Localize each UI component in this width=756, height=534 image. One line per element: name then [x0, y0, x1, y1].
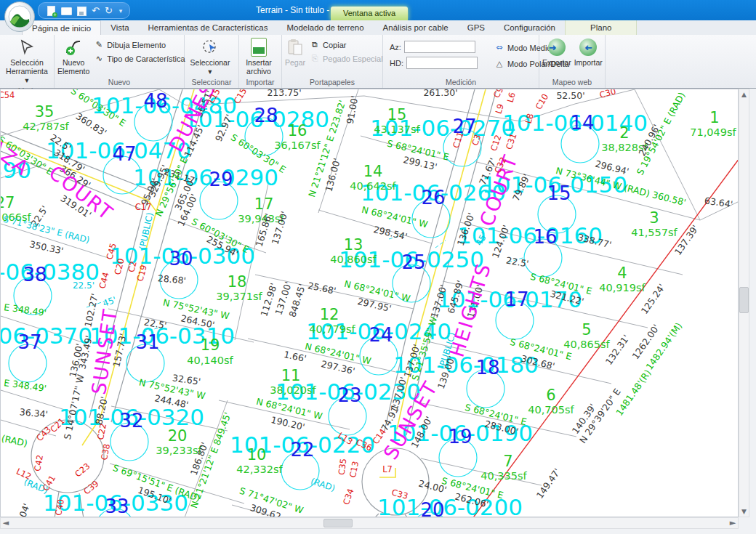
feature-type-button[interactable]: ∿ Tipo de Característica	[92, 53, 187, 64]
group-label-medicion: Medición	[385, 77, 536, 88]
group-modo: Selección Herramienta ▾ Modo	[1, 35, 55, 88]
map-label-curve: C30	[598, 89, 617, 100]
map-label-area: 71,049sf	[690, 126, 736, 138]
map-label-dist: 149.47'	[534, 466, 563, 501]
scroll-down-icon[interactable]: ▼	[739, 506, 749, 517]
app-logo-icon[interactable]	[4, 1, 35, 32]
export-globe-icon: ➜	[547, 38, 566, 57]
map-label-curve: C17	[135, 202, 152, 212]
horizontal-scroll-thumb[interactable]	[323, 519, 353, 527]
select-button[interactable]: Seleccionar ▾	[187, 36, 233, 77]
qat-dropdown-icon[interactable]: ▾	[119, 7, 123, 15]
insert-file-button[interactable]: Insertar archivo	[241, 36, 276, 77]
polar-delta-icon: △	[494, 59, 504, 68]
open-file-icon[interactable]	[61, 6, 71, 16]
tab-herramientas-de-caracter-sticas[interactable]: Herramientas de Características	[139, 20, 278, 35]
map-label-pt: 48	[143, 90, 167, 112]
copy-label: Copiar	[323, 41, 346, 49]
paste-button[interactable]: Pegar	[284, 36, 306, 68]
map-label-area: 36,167sf	[274, 139, 321, 151]
tool-selection-button[interactable]: Selección Herramienta ▾	[4, 36, 50, 86]
tab-vista[interactable]: Vista	[101, 20, 138, 35]
export-web-button[interactable]: ➜ Exportar	[542, 36, 572, 68]
map-label-pt: 28	[254, 105, 278, 126]
select-label: Seleccionar ▾	[188, 58, 233, 76]
map-label-pub: S 71°38'23" E (RAD)	[2, 214, 91, 246]
new-file-icon[interactable]: +	[46, 6, 56, 16]
export-label: Exportar	[542, 58, 571, 67]
map-label-lot: 6	[546, 387, 555, 404]
map-label-area: 41,557sf	[631, 227, 677, 238]
map-label-lot: 7	[503, 453, 512, 470]
map-label-area: 39,371sf	[216, 291, 262, 302]
paste-special-button[interactable]: ⎘ Pegado Especial	[307, 53, 385, 64]
map-label-dist: 52.50'	[556, 90, 584, 101]
group-label-importar: Importar	[241, 77, 279, 88]
map-label-lot: 4	[617, 264, 627, 282]
map-label-pt: 26	[421, 187, 445, 209]
copy-icon: ⧉	[310, 40, 320, 49]
vertical-scroll-thumb[interactable]	[739, 287, 749, 313]
tab-gps[interactable]: GPS	[458, 20, 494, 35]
map-label-pt: 18	[475, 357, 499, 379]
map-label-lot: 16	[288, 122, 307, 139]
map-label-curve: C38	[99, 443, 112, 461]
draw-element-button[interactable]: ✎ Dibuja Elemento	[92, 39, 187, 50]
map-label-pub: 45'	[102, 294, 118, 309]
map-label-pub: (RAD)	[310, 476, 337, 493]
map-label-curve: C13	[347, 461, 361, 479]
az-input[interactable]	[404, 41, 475, 53]
map-label-area: 40,335sf	[480, 470, 527, 482]
group-seleccionar: Seleccionar ▾ Seleccionar	[185, 35, 239, 88]
group-label-nuevo: Nuevo	[57, 77, 182, 88]
vertical-scrollbar[interactable]: ▲ ▼	[739, 89, 749, 517]
map-label-lot: 19	[201, 336, 220, 354]
scroll-right-icon[interactable]: ►	[728, 517, 738, 529]
map-label-curve: C34	[341, 488, 356, 506]
map-canvas[interactable]: 101-06-0480101-06-0280101-06-0270101-06-…	[0, 89, 739, 517]
map-label-lot: 12	[320, 306, 339, 323]
scroll-up-icon[interactable]: ▲	[739, 89, 749, 100]
map-label-dist: 22.5'	[505, 254, 529, 269]
map-label-area: 40,705sf	[528, 404, 574, 416]
map-label-pt: 33	[105, 495, 129, 517]
save-icon[interactable]	[76, 6, 87, 16]
tab-modelado-de-terreno[interactable]: Modelado de terreno	[277, 20, 373, 35]
map-label-dist: 63.64'	[704, 195, 733, 209]
horizontal-scrollbar[interactable]: ◄ ►	[0, 517, 739, 529]
group-label-mapeo: Mapeo web	[542, 77, 603, 88]
hd-input[interactable]	[406, 57, 478, 69]
map-label-pt: 25	[401, 251, 425, 273]
map-label-curve: L7	[382, 464, 393, 474]
title-bar: + ↶ ↻ ▾ Terrain - Sin título - [Plano:1]…	[0, 0, 756, 20]
context-tab-group: Ventana activa	[331, 7, 408, 20]
copy-button[interactable]: ⧉ Copiar	[307, 39, 385, 50]
tab-plano[interactable]: Plano	[565, 20, 637, 35]
tab-configuraci-n[interactable]: Configuración	[494, 20, 565, 35]
group-importar: Insertar archivo Importar	[239, 35, 282, 88]
map-label-pt: 29	[209, 169, 233, 190]
new-element-button[interactable]: Nuevo Elemento	[57, 36, 90, 77]
map-label-brg: N 68°24'01" W	[361, 204, 429, 230]
redo-icon[interactable]: ↻	[105, 6, 113, 16]
map-label-dist: 04'	[17, 502, 32, 517]
map-label-pt: 37	[17, 331, 41, 353]
hd-label: HD:	[390, 59, 403, 68]
cursor-arrow-icon	[17, 38, 36, 57]
map-label-area: 42,787sf	[23, 121, 69, 132]
az-label: Az:	[390, 43, 401, 52]
group-label-seleccionar: Seleccionar	[187, 77, 236, 88]
tool-selection-label: Selección Herramienta ▾	[4, 58, 49, 84]
map-label-pt: 17	[504, 288, 528, 310]
map-label-area: 40,642sf	[350, 180, 396, 192]
paste-clipboard-icon	[286, 38, 305, 57]
map-label-pt: 24	[369, 324, 393, 346]
scroll-left-icon[interactable]: ◄	[1, 517, 11, 529]
map-label-area: 40,865sf	[563, 339, 610, 350]
map-label-lot: 2	[619, 124, 629, 142]
undo-icon[interactable]: ↶	[92, 6, 100, 16]
map-label-pt: 22	[290, 439, 314, 461]
map-label-pt: 19	[448, 426, 472, 448]
import-web-button[interactable]: ➜ Importar	[574, 36, 603, 68]
tab-an-lisis-por-cable[interactable]: Análisis por cable	[374, 20, 458, 35]
